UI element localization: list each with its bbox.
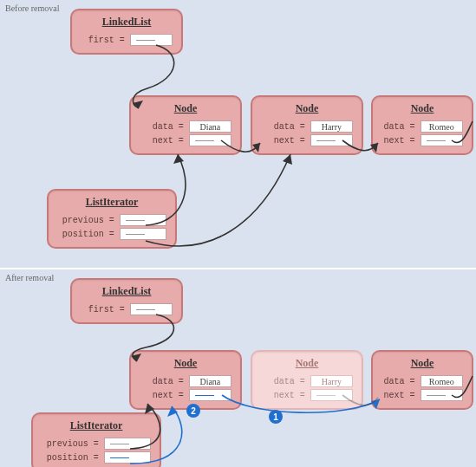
node-title: Node — [381, 102, 463, 115]
next-label: next = — [261, 136, 305, 146]
node-title: Node — [261, 357, 353, 370]
next-slot — [421, 389, 463, 401]
step-marker-1: 1 — [269, 410, 283, 424]
data-label: data = — [381, 122, 415, 132]
first-slot — [130, 34, 173, 46]
first-label: first = — [81, 36, 125, 45]
node-romeo: Node data = Romeo next = — [371, 95, 473, 155]
previous-slot — [120, 214, 166, 226]
linkedlist-box: LinkedList first = — [70, 9, 183, 55]
node-diana: Node data = Diana next = — [129, 350, 242, 410]
node-title: Node — [261, 102, 353, 115]
data-slot: Romeo — [421, 375, 463, 387]
position-label: position = — [42, 453, 99, 463]
data-label: data = — [140, 377, 184, 386]
linkedlist-title: LinkedList — [81, 285, 173, 298]
node-title: Node — [381, 357, 463, 370]
caption-before: Before removal — [5, 3, 59, 13]
node-data-value: Harry — [322, 377, 342, 386]
previous-slot — [104, 438, 151, 450]
next-label: next = — [140, 391, 184, 400]
node-data-value: Diana — [199, 377, 220, 386]
first-label: first = — [81, 305, 125, 315]
node-title: Node — [140, 102, 231, 115]
next-slot — [421, 134, 463, 146]
next-label: next = — [381, 391, 415, 400]
position-label: position = — [57, 230, 114, 239]
svg-marker-3 — [173, 154, 184, 164]
data-label: data = — [381, 377, 415, 386]
position-slot — [104, 451, 151, 464]
first-slot — [130, 303, 173, 315]
iterator-title: ListIterator — [42, 419, 151, 432]
node-data-value: Harry — [322, 122, 342, 132]
data-label: data = — [261, 122, 305, 132]
data-label: data = — [261, 377, 305, 386]
next-label: next = — [140, 136, 184, 146]
data-slot: Harry — [310, 120, 353, 133]
node-title: Node — [140, 357, 231, 370]
caption-after: After removal — [5, 273, 54, 282]
data-slot: Diana — [189, 375, 231, 387]
next-slot — [310, 134, 353, 146]
next-slot — [189, 134, 231, 146]
listiterator-box: ListIterator previous = position = — [31, 412, 161, 467]
previous-label: previous = — [57, 216, 114, 225]
panel-before: Before removal LinkedList first = Node d… — [0, 0, 476, 268]
data-slot: Diana — [189, 120, 231, 133]
listiterator-box: ListIterator previous = position = — [47, 189, 177, 249]
node-harry-removed: Node data = Harry next = — [251, 350, 363, 410]
previous-label: previous = — [42, 439, 99, 449]
iterator-title: ListIterator — [57, 196, 166, 209]
node-data-value: Diana — [199, 122, 220, 132]
step-marker-2: 2 — [186, 404, 200, 418]
next-label: next = — [261, 391, 305, 400]
linkedlist-box: LinkedList first = — [70, 278, 183, 324]
data-slot: Romeo — [421, 120, 463, 133]
linkedlist-title: LinkedList — [81, 16, 173, 29]
position-slot — [120, 228, 166, 240]
node-data-value: Romeo — [429, 377, 454, 386]
next-slot — [310, 389, 353, 401]
node-harry: Node data = Harry next = — [251, 95, 363, 155]
svg-marker-4 — [283, 154, 292, 165]
next-label: next = — [381, 136, 415, 146]
node-data-value: Romeo — [429, 122, 454, 132]
panel-after: After removal LinkedList first = Node da… — [0, 268, 476, 467]
node-romeo: Node data = Romeo next = — [371, 350, 473, 410]
node-diana: Node data = Diana next = — [129, 95, 242, 155]
data-label: data = — [140, 122, 184, 132]
next-slot — [189, 389, 231, 401]
